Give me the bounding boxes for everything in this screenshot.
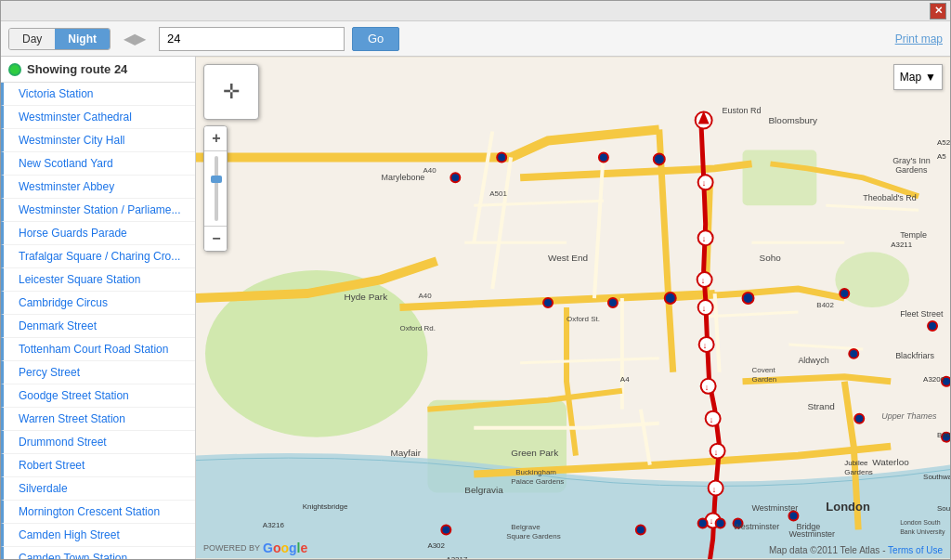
svg-text:Jubilee: Jubilee <box>844 459 868 467</box>
list-item[interactable]: Camden Town Station <box>1 547 195 559</box>
list-item[interactable]: Goodge Street Station <box>1 384 195 408</box>
svg-text:Square Gardens: Square Gardens <box>506 532 560 540</box>
svg-point-59 <box>928 321 937 331</box>
list-item[interactable]: Cambridge Circus <box>1 292 195 315</box>
list-item[interactable]: Percy Street <box>1 361 195 384</box>
map-type-label: Map <box>900 71 921 84</box>
svg-text:Belgrave: Belgrave <box>511 523 541 531</box>
map-type-control[interactable]: Map ▼ <box>893 64 943 90</box>
list-item[interactable]: Drummond Street <box>1 431 195 454</box>
svg-text:Belgravia: Belgravia <box>464 485 503 495</box>
list-item[interactable]: Leicester Square Station <box>1 268 195 292</box>
list-item[interactable]: Westminster Station / Parliame... <box>1 199 195 222</box>
list-item[interactable]: Westminster Abbey <box>1 176 195 199</box>
list-item[interactable]: Robert Street <box>1 454 195 477</box>
pan-control[interactable]: ✛ <box>203 64 259 120</box>
svg-text:↓: ↓ <box>710 415 713 424</box>
svg-text:Gardens: Gardens <box>895 165 928 175</box>
list-item[interactable]: Mornington Crescent Station <box>1 501 195 524</box>
google-logo: Google <box>263 540 307 555</box>
svg-text:B300: B300 <box>937 431 950 439</box>
svg-text:Oxford St.: Oxford St. <box>567 315 600 323</box>
svg-text:A5: A5 <box>937 152 946 161</box>
map-area[interactable]: ↓ ↓ ↓ ↓ ↓ ↓ ↓ ↓ <box>196 57 950 559</box>
night-tab[interactable]: Night <box>55 29 110 49</box>
svg-text:Westminster: Westminster <box>752 503 799 513</box>
list-item[interactable]: Warren Street Station <box>1 408 195 431</box>
app-window: ✕ Day Night ◀▶ Go Print map Showing rout… <box>0 0 951 560</box>
svg-text:Soho: Soho <box>760 253 782 263</box>
svg-text:↓: ↓ <box>705 383 709 392</box>
route-dot-icon <box>8 63 21 76</box>
sidebar: Showing route 24 Victoria StationWestmin… <box>1 57 196 559</box>
map-data-text: Map data ©2011 Tele Atlas - <box>769 545 886 555</box>
zoom-out-button[interactable]: − <box>204 227 228 251</box>
day-night-tabs: Day Night <box>8 28 111 50</box>
svg-text:Buckingham: Buckingham <box>515 468 556 476</box>
zoom-thumb <box>211 176 222 183</box>
map-type-chevron-icon: ▼ <box>925 71 936 84</box>
svg-text:A4: A4 <box>620 375 630 384</box>
route-header-text: Showing route 24 <box>27 62 127 76</box>
svg-text:↓: ↓ <box>702 234 706 243</box>
svg-text:Green Park: Green Park <box>511 448 558 458</box>
svg-text:Fleet Street: Fleet Street <box>900 309 944 319</box>
list-item[interactable]: Westminster Cathedral <box>1 106 195 129</box>
svg-text:Southwark: Southwark <box>937 504 950 513</box>
svg-text:Marylebone: Marylebone <box>382 173 425 182</box>
svg-point-49 <box>608 298 618 307</box>
toolbar: Day Night ◀▶ Go Print map <box>1 21 950 57</box>
svg-text:Knightsbridge: Knightsbridge <box>303 502 348 511</box>
list-item[interactable]: New Scotland Yard <box>1 152 195 176</box>
svg-text:↓: ↓ <box>712 485 716 494</box>
zoom-slider[interactable] <box>204 151 228 226</box>
list-item[interactable]: Victoria Station <box>1 83 195 106</box>
svg-point-41 <box>665 293 676 304</box>
list-item[interactable]: Horse Guards Parade <box>1 222 195 245</box>
main-content: Showing route 24 Victoria StationWestmin… <box>1 57 950 559</box>
powered-by: POWERED BY Google <box>203 540 307 555</box>
list-item[interactable]: Camden High Street <box>1 524 195 547</box>
route-number-input[interactable] <box>159 27 345 51</box>
svg-text:Euston Rd: Euston Rd <box>723 106 762 115</box>
zoom-controls: + − <box>203 125 228 252</box>
svg-text:Mayfair: Mayfair <box>390 448 421 458</box>
list-item[interactable]: Silverdale <box>1 477 195 501</box>
svg-point-53 <box>698 518 708 527</box>
svg-text:↓: ↓ <box>710 516 713 526</box>
map-type-select[interactable]: Map ▼ <box>893 64 943 90</box>
svg-text:Waterloo: Waterloo <box>872 457 909 467</box>
map-controls: ✛ + − <box>203 64 259 252</box>
svg-text:Blackfriars: Blackfriars <box>895 351 934 360</box>
svg-text:↓: ↓ <box>714 448 718 457</box>
svg-text:Bridge: Bridge <box>796 522 820 531</box>
day-tab[interactable]: Day <box>9 29 55 49</box>
print-map-link[interactable]: Print map <box>895 33 943 46</box>
svg-text:Bloomsbury: Bloomsbury <box>768 115 817 125</box>
svg-point-45 <box>840 289 849 298</box>
list-item[interactable]: Westminster City Hall <box>1 129 195 152</box>
svg-point-44 <box>497 152 506 162</box>
close-button[interactable]: ✕ <box>930 3 946 20</box>
route-header: Showing route 24 <box>1 57 195 83</box>
list-item[interactable]: Trafalgar Square / Charing Cro... <box>1 245 195 268</box>
list-item[interactable]: Denmark Street <box>1 315 195 338</box>
svg-point-50 <box>543 298 553 307</box>
terms-of-use-link[interactable]: Terms of Use <box>888 545 943 555</box>
svg-text:A3216: A3216 <box>263 521 285 529</box>
go-button[interactable]: Go <box>352 27 399 51</box>
svg-text:Southwark: Southwark <box>923 473 950 481</box>
title-bar: ✕ <box>1 1 950 21</box>
stop-list[interactable]: Victoria StationWestminster CathedralWes… <box>1 83 195 559</box>
svg-text:↓: ↓ <box>702 304 706 313</box>
nav-arrows[interactable]: ◀▶ <box>118 30 151 47</box>
list-item[interactable]: Tottenham Court Road Station <box>1 338 195 361</box>
svg-text:West End: West End <box>548 253 588 263</box>
svg-text:Oxford Rd.: Oxford Rd. <box>399 324 436 332</box>
svg-text:A40: A40 <box>418 292 432 300</box>
map-footer: Map data ©2011 Tele Atlas - Terms of Use <box>769 545 943 555</box>
zoom-in-button[interactable]: + <box>204 126 228 150</box>
svg-text:Gardens: Gardens <box>844 468 873 476</box>
svg-point-42 <box>743 293 754 304</box>
svg-point-40 <box>654 153 665 164</box>
